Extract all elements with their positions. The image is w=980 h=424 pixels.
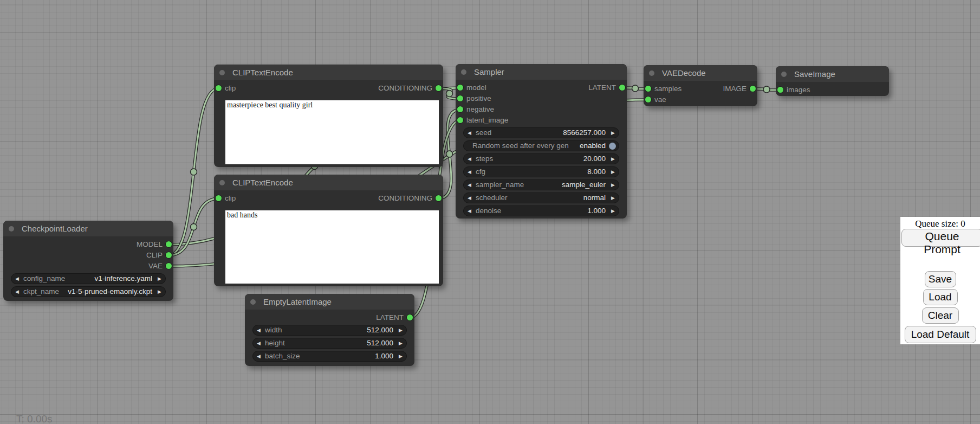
- arrow-left-icon[interactable]: ◀: [468, 180, 471, 190]
- node-vae-decode[interactable]: VAEDecodesamplesvaeIMAGE: [644, 65, 757, 106]
- port-label: IMAGE: [723, 85, 747, 93]
- port-label: MODEL: [137, 241, 163, 248]
- prompt-textarea[interactable]: bad hands: [225, 210, 439, 284]
- widget-label: steps: [476, 154, 493, 164]
- node-title-bar[interactable]: CLIPTextEncode: [214, 175, 443, 190]
- widget-steps[interactable]: ◀▶steps20.000: [463, 153, 619, 164]
- widget-random-seed-after-every-gen[interactable]: Random seed after every genenabled: [463, 140, 619, 151]
- port-label: positive: [466, 95, 491, 102]
- widget-sampler-name[interactable]: ◀▶sampler_namesample_euler: [463, 179, 619, 190]
- port-dot-icon[interactable]: [457, 85, 463, 91]
- widget-value: 8.000: [587, 167, 606, 177]
- port-dot-icon[interactable]: [407, 314, 413, 320]
- port-dot-icon[interactable]: [645, 97, 651, 102]
- arrow-right-icon[interactable]: ▶: [399, 325, 403, 335]
- node-title: CheckpointLoader: [22, 221, 88, 236]
- port-dot-icon[interactable]: [777, 87, 783, 93]
- arrow-left-icon[interactable]: ◀: [468, 193, 471, 203]
- arrow-left-icon[interactable]: ◀: [257, 338, 261, 348]
- node-clip-negative[interactable]: CLIPTextEncodeclipCONDITIONINGbad hands: [214, 175, 443, 286]
- widget-label: ckpt_name: [23, 287, 59, 297]
- collapse-dot-icon[interactable]: [649, 70, 654, 76]
- widget-value: 1.000: [375, 351, 393, 361]
- arrow-right-icon[interactable]: ▶: [158, 274, 161, 284]
- port-dot-icon[interactable]: [457, 95, 463, 101]
- arrow-right-icon[interactable]: ▶: [611, 128, 615, 138]
- node-title-bar[interactable]: CheckpointLoader: [3, 221, 173, 236]
- load-default-button[interactable]: Load Default: [905, 326, 976, 343]
- node-save-image[interactable]: SaveImageimages: [776, 66, 889, 96]
- port-dot-icon[interactable]: [216, 195, 222, 201]
- arrow-left-icon[interactable]: ◀: [15, 274, 19, 284]
- arrow-right-icon[interactable]: ▶: [611, 193, 615, 203]
- port-dot-icon[interactable]: [216, 85, 222, 91]
- port-dot-icon[interactable]: [166, 263, 172, 269]
- node-title-bar[interactable]: CLIPTextEncode: [214, 65, 443, 80]
- port-label: latent_image: [466, 117, 508, 124]
- arrow-right-icon[interactable]: ▶: [611, 154, 615, 164]
- widget-label: batch_size: [265, 351, 300, 361]
- port-dot-icon[interactable]: [457, 106, 463, 112]
- collapse-dot-icon[interactable]: [250, 299, 256, 305]
- prompt-textarea[interactable]: masterpiece best quality girl: [225, 100, 439, 164]
- port-label: VAE: [148, 262, 163, 270]
- port-dot-icon[interactable]: [436, 195, 442, 201]
- node-graph-canvas[interactable]: CheckpointLoaderMODELCLIPVAE◀▶config_nam…: [0, 0, 980, 424]
- node-title-bar[interactable]: SaveImage: [776, 66, 889, 82]
- port-label: CONDITIONING: [378, 195, 432, 202]
- collapse-dot-icon[interactable]: [461, 69, 466, 75]
- collapse-dot-icon[interactable]: [781, 72, 787, 77]
- arrow-left-icon[interactable]: ◀: [468, 167, 471, 177]
- widget-seed[interactable]: ◀▶seed8566257.000: [463, 127, 619, 138]
- widget-value: enabled: [580, 141, 606, 151]
- widget-label: config_name: [23, 274, 65, 284]
- widget-scheduler[interactable]: ◀▶schedulernormal: [463, 192, 619, 203]
- port-dot-icon[interactable]: [166, 252, 172, 258]
- clear-button[interactable]: Clear: [922, 307, 959, 324]
- port-dot-icon[interactable]: [166, 241, 172, 247]
- widget-value: 512.000: [367, 338, 393, 348]
- arrow-right-icon[interactable]: ▶: [611, 180, 615, 190]
- collapse-dot-icon[interactable]: [219, 70, 225, 75]
- queue-prompt-button[interactable]: Queue Prompt: [901, 229, 980, 247]
- widget-denoise[interactable]: ◀▶denoise1.000: [463, 205, 619, 216]
- widget-width[interactable]: ◀▶width512.000: [252, 325, 407, 336]
- port-dot-icon[interactable]: [436, 85, 442, 91]
- node-checkpoint-loader[interactable]: CheckpointLoaderMODELCLIPVAE◀▶config_nam…: [3, 221, 173, 301]
- save-button[interactable]: Save: [925, 271, 956, 287]
- arrow-right-icon[interactable]: ▶: [158, 287, 161, 297]
- port-dot-icon[interactable]: [457, 117, 463, 123]
- node-title-bar[interactable]: Sampler: [456, 64, 627, 80]
- node-title: VAEDecode: [662, 65, 706, 81]
- port-label: clip: [225, 195, 236, 202]
- arrow-right-icon[interactable]: ▶: [611, 167, 615, 177]
- widget-label: denoise: [476, 206, 501, 216]
- node-clip-positive[interactable]: CLIPTextEncodeclipCONDITIONINGmasterpiec…: [214, 65, 443, 167]
- arrow-left-icon[interactable]: ◀: [257, 351, 261, 361]
- arrow-right-icon[interactable]: ▶: [399, 338, 403, 348]
- collapse-dot-icon[interactable]: [219, 180, 225, 185]
- node-title-bar[interactable]: EmptyLatentImage: [245, 294, 414, 310]
- arrow-left-icon[interactable]: ◀: [15, 287, 19, 297]
- arrow-left-icon[interactable]: ◀: [257, 325, 261, 335]
- widget-height[interactable]: ◀▶height512.000: [252, 338, 407, 349]
- arrow-right-icon[interactable]: ▶: [399, 351, 403, 361]
- arrow-left-icon[interactable]: ◀: [468, 206, 471, 216]
- widget-cfg[interactable]: ◀▶cfg8.000: [463, 166, 619, 177]
- port-dot-icon[interactable]: [750, 86, 756, 92]
- arrow-right-icon[interactable]: ▶: [611, 206, 615, 216]
- toggle-knob-icon[interactable]: [609, 143, 616, 150]
- load-button[interactable]: Load: [923, 289, 958, 305]
- collapse-dot-icon[interactable]: [9, 226, 14, 232]
- widget-ckpt-name[interactable]: ◀▶ckpt_namev1-5-pruned-emaonly.ckpt: [11, 286, 166, 297]
- port-dot-icon[interactable]: [645, 86, 651, 92]
- widget-value: sample_euler: [562, 180, 606, 190]
- widget-config-name[interactable]: ◀▶config_namev1-inference.yaml: [11, 273, 166, 284]
- arrow-left-icon[interactable]: ◀: [468, 128, 471, 138]
- widget-batch-size[interactable]: ◀▶batch_size1.000: [252, 351, 407, 362]
- node-sampler[interactable]: Samplermodelpositivenegativelatent_image…: [456, 64, 627, 219]
- node-empty-latent[interactable]: EmptyLatentImageLATENT◀▶width512.000◀▶he…: [245, 294, 414, 366]
- arrow-left-icon[interactable]: ◀: [468, 154, 471, 164]
- port-dot-icon[interactable]: [619, 85, 625, 91]
- node-title-bar[interactable]: VAEDecode: [644, 65, 757, 81]
